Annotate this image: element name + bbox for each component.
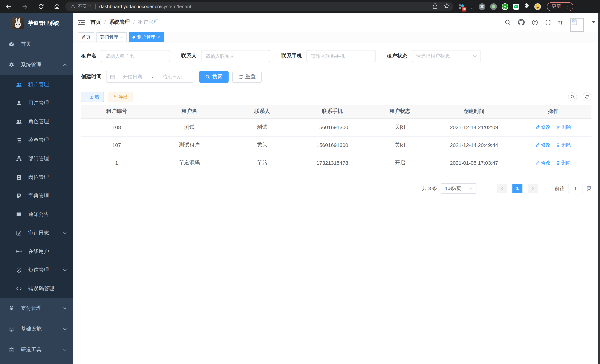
date-range-picker[interactable]: 开始日期 - 结束日期: [106, 71, 193, 83]
status-text: 关闭: [367, 118, 433, 136]
browser-forward-button[interactable]: [21, 3, 28, 10]
sidebar-item-sms[interactable]: 短信管理: [0, 261, 73, 280]
extension-chat-icon[interactable]: [513, 3, 519, 9]
phone-input[interactable]: [307, 50, 375, 62]
app-logo[interactable]: 芋道管理系统: [0, 13, 73, 34]
tab-home[interactable]: 首页: [78, 32, 94, 42]
extension-command-icon[interactable]: ⌘: [479, 3, 485, 10]
extension-emoji-icon[interactable]: [534, 3, 541, 10]
url-bar[interactable]: 不安全 dashboard.yudao.iocoder.cn/system/te…: [65, 2, 453, 11]
org-tree-icon: [15, 156, 23, 162]
breadcrumb-separator: /: [104, 19, 106, 25]
avatar-dropdown-icon[interactable]: [592, 21, 596, 23]
sidebar-item-menu[interactable]: 菜单管理: [0, 131, 73, 149]
fullscreen-icon[interactable]: [545, 19, 551, 25]
table-row: 1 芋道源码 芋艿 17321315478 开启 2021-01-05 17:0…: [81, 154, 591, 172]
export-button[interactable]: 导出: [108, 92, 132, 102]
reset-button[interactable]: 重置: [232, 71, 262, 83]
close-icon[interactable]: ×: [120, 35, 123, 39]
sidebar-collapse-button[interactable]: [78, 19, 84, 25]
extension-badge: 10: [462, 7, 466, 11]
contact-label: 联系人: [181, 53, 197, 59]
message-icon: [15, 212, 23, 217]
edit-link[interactable]: 修改: [535, 124, 551, 131]
breadcrumb-separator: /: [133, 19, 135, 25]
tenant-table: 租户编号 租户名 联系人 联系手机 租户状态 创建时间 操作 108 测试: [81, 105, 591, 172]
sidebar-item-tenant[interactable]: 租户管理: [0, 75, 73, 94]
delete-link[interactable]: 删除: [556, 159, 571, 166]
tab-tenant[interactable]: 租户管理 ×: [129, 32, 164, 42]
page-suffix: 页: [587, 185, 591, 192]
security-chip[interactable]: 不安全: [71, 3, 92, 10]
edit-icon: [535, 143, 540, 147]
sidebar-item-payment[interactable]: ¥ 支付管理: [0, 298, 73, 319]
sidebar-item-post[interactable]: 岗位管理: [0, 168, 73, 187]
sidebar-item-dev-tools[interactable]: 研发工具: [0, 339, 73, 360]
sidebar-item-dict[interactable]: 字典管理: [0, 187, 73, 205]
sidebar-item-infra[interactable]: 基础设施: [0, 319, 73, 339]
page-1-button[interactable]: 1: [512, 184, 523, 193]
trash-icon: [556, 125, 560, 130]
font-size-icon[interactable]: TT: [558, 19, 563, 25]
sidebar-item-error-code[interactable]: 错误码管理: [0, 280, 73, 298]
bookmark-star-icon[interactable]: [444, 3, 450, 10]
sidebar-item-system[interactable]: 系统管理: [0, 55, 73, 75]
contact-input[interactable]: [201, 50, 270, 62]
delete-link[interactable]: 删除: [556, 142, 571, 149]
goto-page-input[interactable]: [568, 184, 583, 193]
edit-link[interactable]: 修改: [535, 159, 551, 166]
github-icon[interactable]: [518, 19, 525, 26]
extension-puzzle-icon[interactable]: [524, 3, 529, 10]
browser-menu-icon[interactable]: ⋮: [565, 4, 570, 9]
chevron-up-icon: [63, 64, 67, 66]
help-icon[interactable]: ?: [532, 19, 538, 25]
delete-link[interactable]: 删除: [556, 124, 571, 131]
search-button[interactable]: 搜索: [199, 71, 229, 83]
page-size-select[interactable]: 10条/页: [441, 183, 477, 194]
col-tenant-id: 租户编号: [81, 105, 152, 118]
close-icon[interactable]: ×: [157, 35, 160, 39]
tab-dept[interactable]: 部门管理 ×: [96, 32, 127, 42]
col-status: 租户状态: [367, 105, 433, 118]
prev-page-button[interactable]: [497, 184, 507, 193]
browser-toolbar: 不安全 dashboard.yudao.iocoder.cn/system/te…: [0, 0, 600, 13]
tenant-name-input[interactable]: [101, 50, 170, 62]
search-icon: [205, 75, 210, 79]
status-select[interactable]: 请选择租户状态: [412, 50, 481, 62]
breadcrumb-home[interactable]: 首页: [91, 19, 101, 26]
extension-y-icon[interactable]: y: [502, 3, 508, 10]
sidebar-item-user[interactable]: 用户管理: [0, 94, 73, 112]
browser-reload-button[interactable]: [38, 3, 44, 10]
refresh-icon: [238, 75, 243, 79]
add-button[interactable]: + 新增: [81, 92, 104, 102]
page-content: 租户名 联系人 联系手机 租户状态 请选择租户状态: [73, 43, 600, 364]
sidebar-item-online-user[interactable]: 在线用户: [0, 242, 73, 261]
chevron-down-icon: [63, 232, 67, 234]
create-time-label: 创建时间: [81, 74, 102, 80]
show-search-button[interactable]: [568, 92, 577, 101]
sidebar-item-home[interactable]: 首页: [0, 34, 73, 55]
extension-dot-icon[interactable]: [490, 3, 497, 10]
edit-icon: [535, 125, 540, 130]
extension-balloon-icon[interactable]: [469, 4, 474, 9]
next-page-button[interactable]: [528, 184, 538, 193]
breadcrumb-system[interactable]: 系统管理: [109, 19, 130, 26]
browser-home-button[interactable]: [54, 3, 60, 10]
avatar[interactable]: [570, 18, 584, 32]
search-icon[interactable]: [505, 19, 511, 25]
sidebar-item-notice[interactable]: 通知公告: [0, 205, 73, 224]
refresh-button[interactable]: [582, 92, 591, 101]
chevron-down-icon: [63, 269, 67, 271]
app-navbar: 首页 / 系统管理 / 租户管理 ?: [73, 13, 600, 32]
sidebar-item-dept[interactable]: 部门管理: [0, 149, 73, 168]
share-icon[interactable]: [432, 3, 438, 10]
extension-tabs-icon[interactable]: 10: [459, 4, 465, 9]
sidebar-item-role[interactable]: 角色管理: [0, 112, 73, 131]
active-dot: [132, 36, 135, 38]
browser-update-button[interactable]: 更新 ⋮: [547, 2, 573, 11]
edit-link[interactable]: 修改: [535, 142, 551, 149]
browser-back-button[interactable]: [5, 3, 12, 10]
code-icon: [15, 286, 23, 292]
col-contact: 联系人: [226, 105, 298, 118]
sidebar-item-audit-log[interactable]: 审计日志: [0, 224, 73, 242]
